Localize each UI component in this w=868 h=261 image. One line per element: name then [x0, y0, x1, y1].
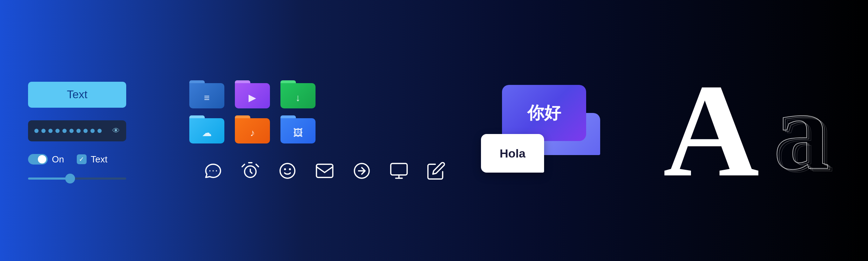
folders-row-1: ≡ ▶ ↓ — [189, 80, 446, 108]
folder-cloud-icon: ☁ — [202, 127, 212, 139]
folder-image-icon: 🖼 — [293, 127, 303, 139]
folders-grid: ≡ ▶ ↓ — [189, 80, 446, 143]
folder-base: ☁ — [189, 118, 224, 143]
cloud-folder-icon: ☁ — [189, 115, 224, 143]
checkbox-label: Text — [91, 154, 108, 165]
folder-download-icon: ↓ — [296, 92, 300, 103]
pen-icon — [426, 161, 446, 181]
chat-icon — [203, 161, 223, 181]
controls-row: On ✓ Text — [28, 154, 147, 165]
password-dot — [55, 129, 60, 133]
password-dot — [90, 129, 95, 133]
password-dot — [83, 129, 88, 133]
section-typography: A a — [663, 64, 840, 197]
folder-base: ↓ — [280, 83, 316, 108]
svg-point-1 — [280, 163, 295, 178]
outline-a-stack: a — [773, 74, 829, 187]
svg-rect-4 — [317, 164, 333, 177]
blue-folder-icon: ≡ — [189, 80, 224, 108]
folder-base: ≡ — [189, 83, 224, 108]
password-dot — [76, 129, 81, 133]
slider-thumb[interactable] — [65, 174, 75, 183]
bubble-main-text: 你好 — [527, 102, 561, 124]
checkbox-container: ✓ Text — [77, 154, 108, 165]
slider-container — [28, 178, 126, 180]
folders-and-icons: ≡ ▶ ↓ — [189, 80, 446, 181]
text-input-box[interactable]: Text — [28, 82, 126, 108]
big-letter-a: A — [663, 64, 756, 197]
outline-letter-container: a — [763, 64, 840, 197]
svg-point-2 — [285, 169, 285, 169]
bubble-white-text: Hola — [500, 147, 525, 160]
bubble-white: Hola — [481, 134, 544, 173]
folder-base: 🖼 — [280, 118, 316, 143]
text-input-label: Text — [67, 88, 88, 101]
svg-point-3 — [290, 169, 290, 169]
eye-icon[interactable]: 👁 — [112, 126, 120, 135]
section-line-icons — [203, 161, 446, 181]
svg-rect-6 — [391, 163, 407, 175]
toggle-label: On — [52, 154, 64, 165]
purple-folder-icon: ▶ — [235, 80, 270, 108]
folder-music-icon: ♪ — [250, 127, 255, 139]
password-dot — [69, 129, 74, 133]
folder-base: ♪ — [235, 118, 270, 143]
section-controls: Text 👁 On — [28, 82, 147, 180]
password-dot — [41, 129, 46, 133]
folder-play-icon: ▶ — [249, 92, 256, 103]
monitor-icon — [389, 161, 409, 181]
imgblue-folder-icon: 🖼 — [280, 115, 316, 143]
toggle-container: On — [28, 154, 64, 165]
bubble-main: 你好 — [502, 85, 586, 141]
password-dot — [97, 129, 102, 133]
emoji-icon — [278, 161, 297, 181]
checkbox[interactable]: ✓ — [77, 154, 87, 164]
alarm-icon — [240, 161, 260, 181]
password-dot — [48, 129, 53, 133]
password-input-box[interactable]: 👁 — [28, 120, 126, 141]
password-dot — [62, 129, 67, 133]
mail-icon — [315, 161, 334, 181]
password-dot — [34, 129, 39, 133]
password-dots — [34, 129, 102, 133]
slider-track[interactable] — [28, 178, 126, 180]
toggle-knob — [38, 155, 46, 163]
arrow-circle-icon — [352, 161, 372, 181]
slider-fill — [28, 178, 67, 180]
main-container: Text 👁 On — [0, 0, 868, 261]
folders-row-2: ☁ ♪ 🖼 — [189, 115, 446, 143]
section-translation: 你好 مر Hola — [474, 78, 593, 183]
green-folder-icon: ↓ — [280, 80, 316, 108]
folder-base: ▶ — [235, 83, 270, 108]
toggle-switch[interactable] — [28, 154, 48, 165]
folder-list-icon: ≡ — [204, 92, 210, 103]
outline-letter-a: a — [773, 74, 829, 187]
orange-folder-icon: ♪ — [235, 115, 270, 143]
